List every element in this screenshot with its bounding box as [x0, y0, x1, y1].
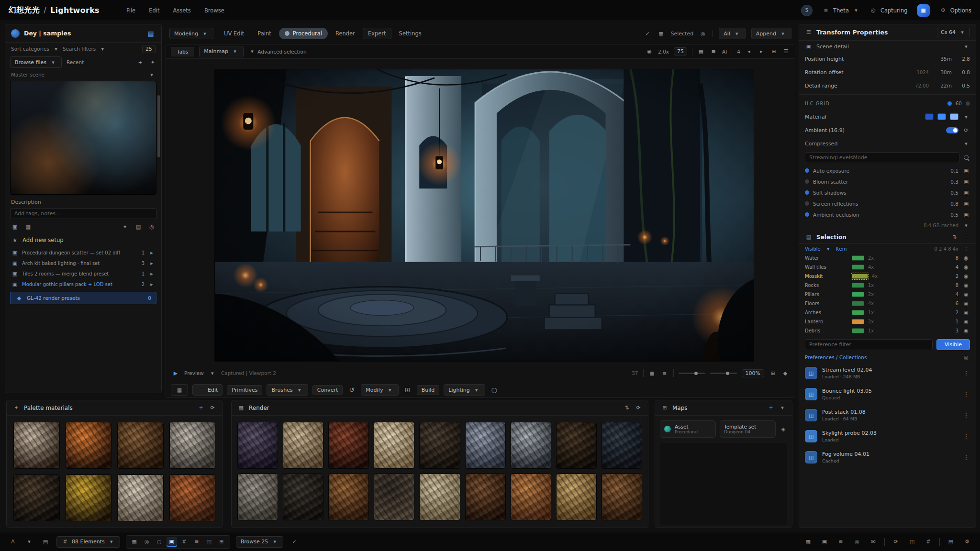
texture-swatch[interactable] [117, 474, 164, 521]
ilc-toggle-b[interactable] [966, 101, 970, 106]
refresh-icon[interactable]: ⟳ [962, 126, 970, 134]
texture-swatch[interactable] [237, 474, 278, 520]
add-icon[interactable]: + [136, 58, 144, 66]
shield-icon[interactable]: ◈ [780, 425, 787, 433]
prev-icon[interactable]: ◂ [745, 48, 753, 55]
texture-swatch[interactable] [283, 422, 323, 469]
all-dropdown[interactable]: All ▾ [719, 28, 746, 39]
eye-icon[interactable]: ◉ [962, 309, 970, 317]
menu-item[interactable]: Browse [204, 7, 224, 14]
compressed-row[interactable]: Compressed ▾ [799, 137, 976, 150]
menu-icon[interactable]: ☰ [782, 48, 790, 55]
selection-row[interactable]: Water 2x 8 ◉ [799, 253, 976, 263]
selection-row[interactable]: Mosskit 4x 2 ◉ [799, 272, 976, 281]
texture-swatch[interactable] [237, 422, 278, 469]
lighting-tool[interactable]: Lighting ▾ [444, 384, 485, 396]
col-visible[interactable]: Visible [805, 246, 821, 252]
plus-box-icon[interactable]: ⊞ [770, 48, 778, 55]
collections-row[interactable]: Preferences / Collections ◎ [799, 352, 976, 363]
texture-swatch[interactable] [601, 422, 642, 469]
check-icon[interactable]: ✓ [289, 537, 300, 547]
advanced-selection-dropdown[interactable]: ▾ Advanced selection [248, 48, 307, 55]
asset-list-item[interactable]: ▣ Arch kit baked lighting · final set 3 … [5, 258, 161, 268]
diamond-icon[interactable]: ◆ [781, 369, 789, 377]
dots-icon[interactable]: ⋮ [962, 390, 970, 398]
list-icon[interactable]: ≡ [661, 369, 668, 377]
add-icon[interactable]: + [767, 404, 775, 412]
dots-icon[interactable]: ⋮ [962, 411, 970, 419]
refresh-icon[interactable]: ⟳ [635, 404, 642, 412]
mail-icon[interactable]: ✉ [868, 537, 879, 547]
property-row[interactable]: Position height 35m 2.8 [799, 52, 976, 66]
refresh-icon[interactable]: ⟳ [209, 404, 216, 412]
texture-swatch[interactable] [556, 422, 597, 469]
tab-recent[interactable]: Recent [67, 59, 84, 65]
check-dot[interactable] [805, 190, 809, 195]
texture-swatch[interactable] [419, 422, 460, 469]
brushes-tool[interactable]: Brushes ▾ [267, 384, 308, 396]
menu-item[interactable]: Assets [173, 7, 190, 14]
wave-icon[interactable]: ≋ [835, 537, 846, 547]
texture-swatch[interactable] [556, 474, 597, 520]
plus-box-icon[interactable]: ⊞ [216, 537, 227, 547]
list-icon[interactable]: ≡ [191, 537, 202, 547]
add-icon[interactable]: + [197, 404, 205, 412]
tag-input[interactable] [10, 208, 156, 219]
target-icon[interactable]: ◎ [142, 537, 152, 547]
plus-box-icon[interactable]: ⊞ [403, 385, 412, 395]
refresh-icon[interactable]: ⟳ [891, 537, 901, 547]
gear-icon[interactable]: ⚙ [962, 537, 972, 547]
eye-icon[interactable]: ◉ [962, 300, 970, 308]
texture-swatch[interactable] [511, 474, 551, 520]
asset-preview-thumbnail[interactable] [10, 81, 156, 195]
box-icon[interactable]: ▣ [962, 211, 970, 219]
browse-chip[interactable]: Browse 25 ▾ [236, 536, 284, 548]
streaming-item[interactable]: ◫ Bounce light 03.05 Queued ⋮ [799, 384, 976, 405]
col-item[interactable]: Item [836, 246, 847, 252]
doc-icon[interactable]: ▤ [946, 537, 956, 547]
hash-icon[interactable]: # [923, 537, 934, 547]
edit-tool[interactable]: ≡ Edit [192, 384, 223, 396]
elements-chip[interactable]: # 88 Elements ▾ [56, 536, 120, 548]
mode-tab[interactable]: UV Edit [218, 28, 250, 39]
dots-icon[interactable]: ⋮ [962, 369, 970, 377]
visible-button[interactable]: Visible [936, 339, 970, 350]
dots-icon[interactable]: ⋮ [962, 453, 970, 461]
target-icon[interactable]: ◎ [699, 30, 707, 37]
mode-tab[interactable]: Paint [252, 28, 277, 39]
texture-swatch[interactable] [419, 474, 460, 520]
texture-swatch[interactable] [465, 474, 506, 520]
eye-icon[interactable]: ◉ [962, 291, 970, 298]
chevron-down-icon[interactable]: ▾ [24, 537, 34, 547]
convert-tool[interactable]: Convert [312, 385, 343, 395]
texture-swatch[interactable] [13, 422, 60, 469]
streaming-item[interactable]: ◫ Fog volume 04.01 Cached ⋮ [799, 447, 976, 468]
box-icon[interactable]: ▣ [11, 223, 19, 231]
grid-tool[interactable]: ▦ [171, 384, 188, 396]
check-icon[interactable]: ✓ [644, 30, 651, 37]
sort-dropdown[interactable]: Sort categories [11, 46, 49, 52]
material-chip-1[interactable] [925, 113, 934, 120]
eye-icon[interactable]: ◉ [962, 264, 970, 271]
asset-list-item[interactable]: ▣ Tiles 2 rooms — merge blend preset 1 ▸ [5, 268, 161, 279]
doc-icon[interactable]: ▤ [134, 223, 142, 231]
hash-icon[interactable]: # [179, 537, 189, 547]
mode-tab[interactable]: Settings [393, 28, 427, 39]
check-dot[interactable] [805, 179, 809, 184]
user-avatar[interactable]: 5 [801, 5, 813, 16]
texture-swatch[interactable] [328, 422, 369, 469]
selection-row[interactable]: Debris 1x 3 ◉ [799, 326, 976, 335]
eye-icon[interactable]: ◉ [646, 48, 653, 55]
mode-dropdown[interactable]: Modeling ▾ [169, 28, 213, 39]
sparkle-icon[interactable]: ✦ [121, 223, 129, 231]
property-row[interactable]: Rotation offset 1024 30m 0.8 [799, 66, 976, 79]
box-icon[interactable]: ▣ [819, 537, 830, 547]
play-icon[interactable]: ▶ [172, 369, 179, 377]
swap-icon[interactable]: ⇅ [951, 233, 958, 241]
texture-swatch[interactable] [511, 422, 551, 469]
selection-row[interactable]: Floors 4x 6 ◉ [799, 299, 976, 308]
add-new-setup[interactable]: ★ Add new setup [5, 233, 161, 247]
workspace-button[interactable]: ▦ [917, 4, 930, 17]
ambient-toggle[interactable] [946, 127, 958, 133]
section-row[interactable]: ▣ Scene detail ▾ [799, 41, 976, 52]
